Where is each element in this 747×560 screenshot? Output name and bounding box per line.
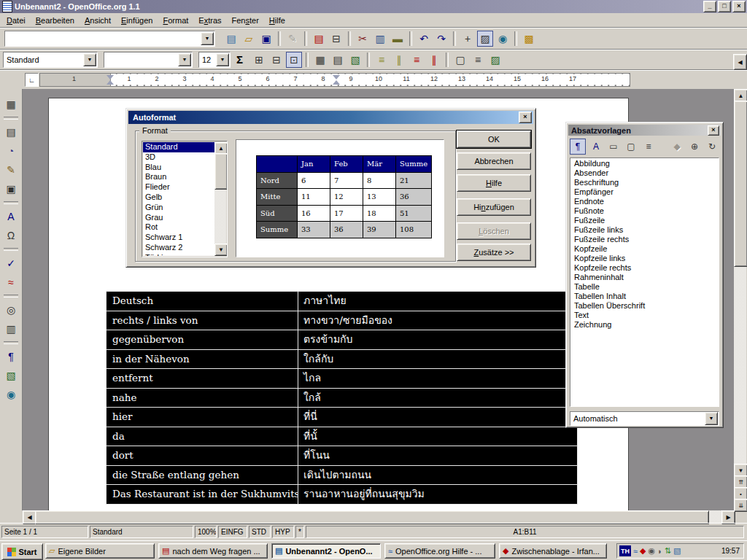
vertical-scrollbar[interactable]: ▲ ▼ ⇈ • ⇊ <box>734 89 746 510</box>
next-page-button[interactable]: ⇊ <box>734 499 747 512</box>
status-selection-mode[interactable]: STD <box>249 526 271 538</box>
task-eigene-bilder[interactable]: ▱Eigene Bilder <box>45 543 155 559</box>
horizontal-scrollbar[interactable]: ◀ ▶ <box>23 510 734 523</box>
font-size-combobox[interactable]: 12 ▼ <box>198 52 231 68</box>
stylist-close-button[interactable]: × <box>708 125 719 136</box>
add-button[interactable]: Hinzufügen <box>457 198 531 216</box>
format-option[interactable]: Schwarz 1 <box>143 233 214 243</box>
thai-cell[interactable]: ที่โนน <box>298 446 577 465</box>
thai-cell[interactable]: ภาษาไทย <box>298 292 577 311</box>
start-button[interactable]: Start <box>1 543 43 560</box>
style-item[interactable]: Text <box>571 311 719 320</box>
task-unbenannt2[interactable]: ▤Unbenannt2 - OpenO... <box>271 543 381 559</box>
german-cell[interactable]: entfernt <box>107 369 298 388</box>
cut-icon[interactable]: ✂ <box>355 31 371 47</box>
url-dropdown-icon[interactable]: ▼ <box>201 32 214 45</box>
fill-format-icon[interactable]: ◆ <box>670 139 684 154</box>
menu-datei[interactable]: Datei <box>1 15 31 26</box>
menu-extras[interactable]: Extras <box>193 15 226 26</box>
quickstarter-icon[interactable]: ≈ <box>633 547 638 556</box>
line-style-icon[interactable]: ≡ <box>470 52 486 68</box>
cancel-button[interactable]: Abbrechen <box>457 152 531 170</box>
update-style-icon[interactable]: ↻ <box>705 139 719 154</box>
format-option[interactable]: Gelb <box>143 192 214 203</box>
more-button[interactable]: Zusätze >> <box>457 244 531 261</box>
format-option[interactable]: Grün <box>143 203 214 213</box>
stylist-icon[interactable]: ▨ <box>477 31 493 47</box>
save-icon[interactable]: ▣ <box>258 31 274 47</box>
sum-icon[interactable]: Σ <box>236 53 243 66</box>
vertical-scroll-thumb[interactable] <box>734 101 747 267</box>
export-pdf-icon[interactable]: ▤ <box>311 31 327 47</box>
thai-cell[interactable]: ทางขวา/ซายมือของ <box>298 311 577 330</box>
format-option[interactable]: Schwarz 2 <box>143 243 214 253</box>
format-option[interactable]: Grau <box>143 213 214 223</box>
character-styles-icon[interactable]: A <box>589 139 603 154</box>
menu-ansicht[interactable]: Ansicht <box>80 15 116 26</box>
status-zoom[interactable]: 100% <box>195 526 217 538</box>
tab-type-button[interactable]: ∟ <box>25 73 39 87</box>
style-item[interactable]: Fußzeile links <box>571 225 719 235</box>
borders-icon[interactable]: ▢ <box>452 52 468 68</box>
insert-fields-icon[interactable]: A <box>3 209 19 225</box>
german-cell[interactable]: in der Nähevon <box>107 350 298 369</box>
spellcheck-icon[interactable]: ✓ <box>3 255 19 271</box>
thai-cell[interactable]: ไกล <box>298 369 577 388</box>
german-cell[interactable]: dort <box>107 446 298 465</box>
online-layout-icon[interactable]: ◉ <box>3 386 19 402</box>
mouse-icon[interactable]: ◗ <box>657 547 662 556</box>
edit-file-icon[interactable]: ✎ <box>285 31 301 47</box>
dialog-title-bar[interactable]: Autoformat × <box>128 111 533 124</box>
style-item[interactable]: Abbildung <box>571 159 719 168</box>
menu-bearbeiten[interactable]: Bearbeiten <box>31 15 80 26</box>
table-borders-icon[interactable]: ▦ <box>312 52 328 68</box>
thai-cell[interactable]: รานอาหานอยู่ที่ถนนสุขุมวิม <box>298 485 577 504</box>
menu-hilfe[interactable]: Hilfe <box>264 15 290 26</box>
document-table[interactable]: Deutschภาษาไทยrechts / links vonทางขวา/ซ… <box>106 291 578 505</box>
ok-button[interactable]: OK <box>457 131 531 148</box>
insert-chart-icon[interactable]: ◔ <box>3 143 19 159</box>
new-document-icon[interactable]: ▤ <box>223 31 239 47</box>
right-indent-marker[interactable] <box>333 75 340 79</box>
graphics-tray-icon[interactable]: ▧ <box>673 546 681 556</box>
dialog-close-button[interactable]: × <box>519 112 532 123</box>
stylist-title-bar[interactable]: Absatzvorlagen × <box>568 125 721 136</box>
style-item[interactable]: Beschriftung <box>571 178 719 187</box>
menu-fenster[interactable]: Fenster <box>227 15 264 26</box>
filter-dropdown-icon[interactable]: ▼ <box>705 412 718 425</box>
language-indicator[interactable]: TH <box>619 545 631 556</box>
maximize-button[interactable]: □ <box>718 1 731 12</box>
task-weg-fragen[interactable]: ▤nach dem Weg fragen ... <box>158 543 268 559</box>
merge-cells-icon[interactable]: ⊞ <box>251 52 267 68</box>
german-cell[interactable]: Deutsch <box>107 292 298 311</box>
paste-icon[interactable]: ▬ <box>390 31 406 47</box>
style-item[interactable]: Fußzeile rechts <box>571 235 719 244</box>
style-item[interactable]: Kopfzeile links <box>571 254 719 263</box>
format-option[interactable]: Türkis <box>143 253 214 256</box>
thai-cell[interactable]: ใกล้กับ <box>298 350 577 369</box>
frame-styles-icon[interactable]: ▭ <box>606 139 621 154</box>
table-grid-icon[interactable]: ▤ <box>330 52 346 68</box>
style-item[interactable]: Empfänger <box>571 187 719 197</box>
style-item[interactable]: Zeichnung <box>571 320 719 330</box>
style-item[interactable]: Endnote <box>571 197 719 206</box>
numbering-styles-icon[interactable]: ≡ <box>641 139 656 154</box>
status-insert-mode[interactable]: EINFG <box>218 526 247 538</box>
style-filter-combobox[interactable]: Automatisch ▼ <box>570 411 719 426</box>
close-button[interactable]: × <box>732 1 746 12</box>
insert-object-icon[interactable]: Ω <box>3 228 19 244</box>
draw-functions-icon[interactable]: ✎ <box>3 162 19 178</box>
styles-listbox[interactable]: AbbildungAbsenderBeschriftungEmpfängerEn… <box>570 158 719 407</box>
format-option[interactable]: Braun <box>143 172 214 182</box>
size-dropdown-icon[interactable]: ▼ <box>216 53 229 66</box>
task-ooo-hilfe[interactable]: ≈OpenOffice.org Hilfe - ... <box>384 543 495 559</box>
style-item[interactable]: Fußnote <box>571 206 719 216</box>
help-button[interactable]: Hilfe <box>457 174 531 192</box>
menu-format[interactable]: Format <box>158 15 193 26</box>
german-cell[interactable]: gegenübervon <box>107 330 298 349</box>
german-cell[interactable]: die Straße entlang gehen <box>107 466 298 485</box>
thai-cell[interactable]: เดินไปตามถนน <box>298 466 577 485</box>
german-cell[interactable]: Das Restaurant ist in der Sukhumvitstraß… <box>107 485 298 504</box>
minimize-button[interactable]: _ <box>703 1 716 12</box>
german-cell[interactable]: nahe <box>107 389 298 408</box>
